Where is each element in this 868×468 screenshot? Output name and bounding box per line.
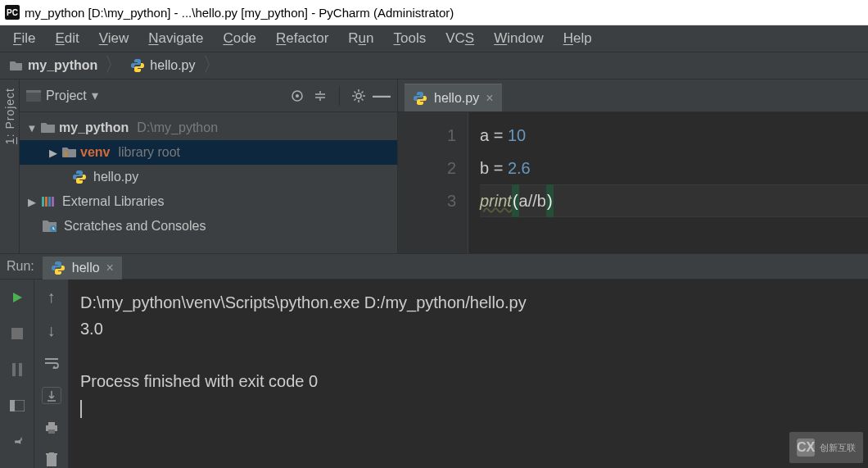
run-tabs-bar: Run: hello × (0, 253, 868, 279)
svg-rect-17 (48, 422, 55, 425)
svg-rect-6 (42, 197, 44, 207)
expand-arrow-icon[interactable]: ▼ (26, 122, 38, 134)
pin-icon[interactable] (7, 432, 27, 452)
breadcrumb-root[interactable]: my_python (5, 52, 102, 79)
line-number: 1 (398, 119, 456, 152)
svg-rect-7 (45, 197, 47, 207)
run-toolbar-secondary: ↑ ↓ (34, 279, 69, 468)
down-arrow-icon[interactable]: ↓ (42, 321, 61, 340)
window-titlebar: PC my_python [D:\my_python] - ...\hello.… (0, 0, 868, 25)
breadcrumb-file-label: hello.py (150, 58, 195, 73)
svg-rect-12 (12, 363, 16, 376)
menu-navigate[interactable]: Navigate (140, 28, 211, 49)
project-panel-header: Project ▾ — (20, 80, 397, 112)
menu-edit[interactable]: Edit (47, 28, 87, 49)
console-line: Process finished with exit code 0 (80, 368, 857, 394)
tree-root-path: D:\my_python (137, 120, 218, 135)
library-folder-icon (62, 147, 77, 158)
code-area[interactable]: a = 10 b = 2.6 print(a//b) (468, 112, 868, 253)
project-view-dropdown-icon[interactable]: ▾ (92, 88, 98, 103)
soft-wrap-icon[interactable] (42, 355, 61, 372)
svg-rect-20 (46, 453, 57, 455)
project-tree: ▼ my_python D:\my_python ▶ venv library … (20, 112, 397, 242)
expand-arrow-icon[interactable]: ▶ (26, 196, 38, 208)
scroll-from-source-icon[interactable] (288, 87, 306, 105)
print-icon[interactable] (42, 419, 61, 436)
rerun-icon[interactable] (7, 288, 27, 307)
menu-help[interactable]: Help (555, 28, 600, 49)
python-file-icon (130, 58, 145, 73)
stop-icon[interactable] (7, 324, 27, 343)
run-tab-label: hello (72, 261, 100, 275)
libraries-icon (41, 195, 56, 208)
scroll-to-end-icon[interactable] (42, 387, 61, 404)
svg-rect-18 (48, 429, 55, 434)
code-line[interactable]: a = 10 (480, 119, 868, 152)
tree-scratches[interactable]: Scratches and Consoles (20, 214, 397, 239)
menu-file[interactable]: File (5, 28, 43, 49)
svg-rect-9 (52, 197, 54, 207)
collapse-all-icon[interactable] (311, 87, 329, 105)
editor-area: hello.py × 1 2 3 a = 10 b = 2.6 print(a/… (398, 80, 868, 253)
watermark: CX 创新互联 (789, 432, 863, 463)
tree-venv-label: venv (80, 145, 110, 160)
watermark-text: 创新互联 (820, 434, 856, 461)
editor-body[interactable]: 1 2 3 a = 10 b = 2.6 print(a//b) (398, 112, 868, 253)
line-number: 2 (398, 152, 456, 184)
project-panel: Project ▾ — ▼ my_python D:\my_python ▶ v… (20, 80, 398, 253)
close-tab-icon[interactable]: × (486, 91, 493, 106)
menu-refactor[interactable]: Refactor (268, 28, 337, 49)
project-toolwindow-tab[interactable]: 1: Project (3, 88, 16, 144)
python-file-icon (72, 170, 87, 184)
menu-view[interactable]: View (91, 28, 138, 49)
breadcrumb-separator-icon: 〉 (104, 55, 124, 75)
editor-tab-label: hello.py (434, 91, 479, 106)
up-arrow-icon[interactable]: ↑ (42, 288, 61, 307)
tree-venv-hint: library root (118, 145, 180, 160)
project-panel-icon (26, 90, 41, 102)
settings-gear-icon[interactable] (350, 87, 368, 105)
app-logo-icon: PC (5, 5, 20, 20)
tree-root-node[interactable]: ▼ my_python D:\my_python (20, 116, 397, 140)
svg-rect-5 (65, 152, 67, 157)
python-file-icon (51, 261, 66, 275)
trash-icon[interactable] (42, 451, 61, 468)
expand-arrow-icon[interactable]: ▶ (47, 147, 59, 159)
run-tab-hello[interactable]: hello × (43, 257, 122, 279)
tree-external-libraries[interactable]: ▶ External Libraries (20, 189, 397, 214)
svg-rect-1 (26, 90, 41, 93)
svg-rect-15 (10, 400, 15, 411)
tree-extlib-label: External Libraries (62, 194, 165, 209)
tree-scratches-label: Scratches and Consoles (64, 219, 206, 234)
menu-window[interactable]: Window (486, 28, 551, 49)
close-tab-icon[interactable]: × (106, 261, 114, 275)
line-number: 3 (398, 184, 456, 217)
pause-icon[interactable] (7, 360, 27, 379)
code-line-current[interactable]: print(a//b) (480, 184, 868, 217)
svg-rect-13 (19, 363, 22, 376)
svg-point-4 (356, 93, 361, 98)
run-console[interactable]: D:\my_python\venv\Scripts\python.exe D:/… (69, 279, 868, 468)
code-line[interactable]: b = 2.6 (480, 152, 868, 184)
run-toolwindow: Run: hello × ↑ ↓ D:\my_python\venv\Scrip… (0, 253, 868, 468)
menu-code[interactable]: Code (215, 28, 264, 49)
tree-venv-node[interactable]: ▶ venv library root (20, 140, 397, 165)
console-line: 3.0 (80, 316, 857, 342)
console-line: D:\my_python\venv\Scripts\python.exe D:/… (80, 289, 857, 316)
menu-vcs[interactable]: VCS (437, 28, 482, 49)
console-caret-line (80, 394, 857, 420)
left-toolstrip: 1: Project (0, 80, 20, 253)
layout-icon[interactable] (7, 396, 27, 416)
svg-rect-8 (48, 197, 51, 207)
python-file-icon (413, 91, 427, 106)
editor-tab-hello[interactable]: hello.py × (405, 84, 502, 111)
breadcrumb-root-label: my_python (28, 58, 97, 73)
project-panel-title: Project (46, 89, 87, 103)
svg-rect-11 (11, 328, 23, 339)
breadcrumb-file[interactable]: hello.py (125, 52, 200, 79)
menu-tools[interactable]: Tools (386, 28, 435, 49)
menu-run[interactable]: Run (340, 28, 382, 49)
tree-file-node[interactable]: hello.py (20, 165, 397, 189)
hide-panel-icon[interactable]: — (373, 87, 391, 105)
scratches-icon (43, 220, 57, 233)
